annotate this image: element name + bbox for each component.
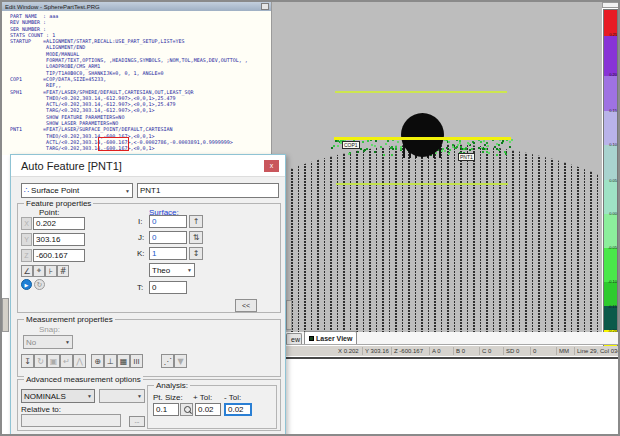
- chevron-down-icon: ▼: [63, 339, 72, 345]
- point-density-icon[interactable]: ııı: [130, 354, 143, 368]
- highlight-box: [98, 137, 129, 151]
- edit-window-titlebar[interactable]: Edit Window - SpherePartTest.PRG: [2, 2, 271, 11]
- theo-dropdown[interactable]: Theo ▼: [149, 263, 195, 277]
- tab-label: Laser View: [316, 335, 352, 342]
- surface-point-icon: ∴: [24, 186, 29, 195]
- pcdmis-main-window: COP1 PNT1 0.250.200.150.100.050.00-0.05-…: [0, 0, 620, 436]
- chevron-down-icon: ▼: [85, 393, 94, 399]
- edit-window-menu-button[interactable]: [261, 3, 269, 10]
- background-scrollbar-fragment: [2, 298, 9, 332]
- y-axis-label: Y: [21, 233, 32, 246]
- colorbar-segment-violet: [604, 76, 617, 112]
- return-icon[interactable]: ↵: [60, 354, 73, 368]
- laser-view[interactable]: COP1 PNT1: [272, 2, 602, 332]
- snap-dropdown[interactable]: No ▼: [23, 335, 73, 349]
- scan-line-upper: [335, 91, 507, 93]
- pnt-feature-label[interactable]: PNT1: [458, 153, 475, 161]
- pt-size-input[interactable]: 0.1: [153, 403, 179, 416]
- chevron-down-icon: ▼: [123, 188, 132, 194]
- find-nominal-icon[interactable]: ⌖: [33, 265, 45, 277]
- tab-graphics-view[interactable]: ew: [286, 333, 302, 344]
- i-value-input[interactable]: 0: [149, 215, 187, 228]
- k-value-input[interactable]: 1: [149, 247, 187, 260]
- vector-up-button[interactable]: ↑: [189, 215, 203, 228]
- status-item: C 0: [480, 347, 504, 355]
- t-label: T:: [137, 283, 143, 292]
- grid-snap-icon[interactable]: #: [57, 265, 69, 277]
- colorbar-segment-dark-teal: [604, 306, 617, 330]
- colorbar-segment-lavender: [604, 111, 617, 145]
- scan-line-middle: [334, 137, 511, 140]
- colorbar-segment-red: [604, 10, 617, 36]
- feature-type-dropdown[interactable]: ∴ Surface Point ▼: [21, 183, 133, 198]
- dialog-titlebar[interactable]: Auto Feature [PNT1]: [11, 155, 285, 177]
- plus-tol-input[interactable]: 0.02: [195, 403, 221, 416]
- relative-to-input[interactable]: [21, 414, 121, 427]
- edit-window-title: Edit Window - SpherePartTest.PRG: [5, 4, 100, 10]
- touch-probe-icon[interactable]: ↧: [21, 354, 34, 368]
- tab-laser-view[interactable]: Laser View: [304, 331, 357, 344]
- x-value-input[interactable]: 0.202: [33, 217, 85, 230]
- y-value-input[interactable]: 303.16: [33, 233, 85, 246]
- close-icon[interactable]: x: [264, 160, 279, 172]
- feature-type-value: Surface Point: [31, 186, 79, 195]
- axes-icon[interactable]: ∠: [21, 265, 33, 277]
- chevron-down-icon: ▼: [135, 393, 144, 399]
- status-item: X 0.202: [336, 347, 363, 355]
- status-bar: X 0.202Y 303.16Z -600.167A 0B 0C 0SD 00M…: [286, 346, 620, 356]
- vector-normal-button[interactable]: ↕: [189, 247, 203, 260]
- collapse-button[interactable]: <<: [235, 299, 257, 312]
- measure-play-button[interactable]: ▶: [21, 279, 32, 290]
- magnifier-button[interactable]: [180, 403, 193, 416]
- status-item: MM: [557, 347, 575, 355]
- rotate-icon[interactable]: ↻: [34, 354, 47, 368]
- laser-view-icon: [309, 336, 314, 341]
- measure-toolbar: ↧↻▣↵⋀⊕⊥▦ııı⋰▼: [21, 354, 187, 368]
- vector-flip-button[interactable]: ⇅: [189, 231, 203, 244]
- surface-probe-icon[interactable]: ⊥: [104, 354, 117, 368]
- status-item: SD 0: [504, 347, 531, 355]
- edit-window[interactable]: Edit Window - SpherePartTest.PRG PART NA…: [2, 2, 272, 155]
- j-value-input[interactable]: 0: [149, 231, 187, 244]
- filter-icon[interactable]: ▼: [174, 354, 187, 368]
- cop-feature-label[interactable]: COP1: [342, 141, 360, 149]
- colorbar-segment-pale-green: [604, 214, 617, 248]
- colorbar: [603, 9, 618, 348]
- status-item: 0: [531, 347, 557, 355]
- feature-name-input[interactable]: PNT1: [137, 183, 279, 198]
- view-tabs: ew Laser View: [286, 332, 620, 345]
- target-icon[interactable]: ⊕: [91, 354, 104, 368]
- group-legend: Feature properties: [24, 199, 93, 208]
- code-area[interactable]: PART NAME : aaaREV NUMBER :SER NUMBER :S…: [2, 11, 271, 155]
- point-toolbar: ∠⌖⊦#: [21, 265, 69, 277]
- path-points-icon[interactable]: ⋰: [161, 354, 174, 368]
- j-label: J:: [138, 233, 144, 242]
- play-icon: ▶: [25, 282, 29, 288]
- status-item: B 0: [454, 347, 480, 355]
- code-line: TARG/<0.202,303.14,-600.167>,<0,0,1>: [10, 145, 271, 151]
- edge-probe-icon[interactable]: ▦: [117, 354, 130, 368]
- dialog-title: Auto Feature [PNT1]: [21, 155, 122, 177]
- minus-tol-input[interactable]: 0.02: [224, 403, 252, 416]
- browse-button[interactable]: ...: [129, 416, 145, 427]
- i-label: I:: [138, 217, 142, 226]
- sphere-feature[interactable]: [401, 113, 444, 157]
- z-axis-label: Z: [21, 249, 32, 262]
- background-scrollbar-fragment: [286, 300, 292, 330]
- pt-size-label: Pt. Size:: [153, 393, 183, 402]
- scan-profile-icon[interactable]: ⋀: [73, 354, 86, 368]
- colorbar-segment-green: [604, 248, 617, 282]
- t-value-input[interactable]: 0: [149, 281, 187, 294]
- region-icon[interactable]: ▣: [47, 354, 60, 368]
- nominals-dropdown[interactable]: NOMINALS ▼: [21, 389, 95, 403]
- snap-label: Snap:: [39, 325, 60, 334]
- snap-value: No: [26, 338, 36, 347]
- x-axis-label: X: [21, 217, 32, 230]
- group-legend: Analysis:: [154, 381, 190, 390]
- point-offset-icon[interactable]: ⊦: [45, 265, 57, 277]
- nominals-mode-dropdown[interactable]: ▼: [99, 389, 145, 403]
- reset-button[interactable]: ↻: [34, 279, 45, 290]
- plus-tol-label: + Tol:: [193, 393, 212, 402]
- colorbar-segment-purple: [604, 36, 617, 75]
- z-value-input[interactable]: -600.167: [33, 249, 85, 262]
